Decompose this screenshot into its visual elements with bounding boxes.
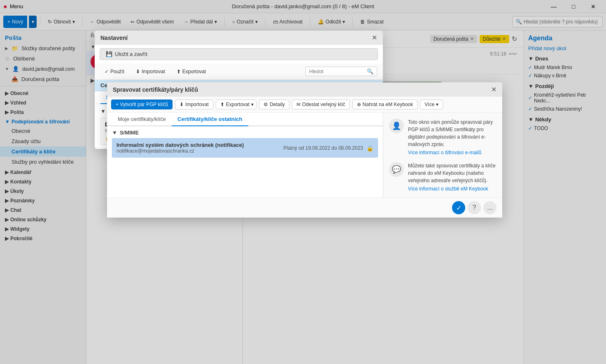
footer-more-button[interactable]: ... — [483, 201, 496, 214]
manage-export-button[interactable]: ⬆ Exportovat ▾ — [216, 100, 256, 109]
manage-toolbar: + Vytvořit pár PGP klíčů ⬇ Importovat ⬆ … — [107, 97, 502, 113]
import-icon: ⬇ — [136, 69, 140, 74]
info-link-2[interactable]: Více informací o službě eM Keybook — [408, 186, 496, 192]
check-icon-footer: ✓ — [456, 204, 461, 212]
export-icon: ⬆ — [177, 69, 181, 74]
info-block-1: 👤 Toto okno vám pomůže spravovat páry PG… — [389, 118, 496, 155]
checkmark-icon: ✓ — [105, 69, 109, 74]
settings-toolbar: ✓ Použít ⬇ Importovat ⬆ Exportovat 🔍 — [95, 63, 383, 80]
gear-icon: ⚙ — [263, 102, 268, 107]
question-icon-footer: ? — [473, 204, 476, 211]
manage-list: ▼ S/MIME Informační systém datových schr… — [107, 126, 383, 197]
manage-import-button[interactable]: ⬇ Importovat — [175, 100, 213, 109]
upload-keybook-button[interactable]: ⊕ Nahrát na eM Keybook — [352, 100, 418, 109]
manage-tab-others[interactable]: Certifikáty/klíče ostatních — [172, 113, 248, 126]
chevron-down-pgp: ▼ — [100, 108, 106, 114]
manage-main: Moje certifikáty/klíče Certifikáty/klíče… — [107, 113, 383, 197]
cert-lock-icon: 🔒 — [366, 145, 373, 151]
cert-info: Informační systém datových schránek (not… — [117, 142, 244, 154]
cert-validity: Platný od 19.08.2022 do 08.09.2023 — [284, 145, 364, 151]
info-text-2: Můžete také spravovat certifikáty a klíč… — [408, 162, 496, 192]
smime-header: ▼ S/MIME — [112, 130, 378, 136]
manage-close-button[interactable]: ✕ — [491, 86, 496, 93]
import-button[interactable]: ⬇ Importovat — [132, 67, 169, 76]
settings-search-box[interactable]: 🔍 — [305, 67, 377, 76]
envelope-icon: ✉ — [296, 102, 301, 107]
manage-modal: Spravovat certifikáty/páry klíčů ✕ + Vyt… — [107, 82, 502, 218]
cert-email: notifikace@mojedatovaschranka.cz — [117, 148, 244, 154]
more-button[interactable]: Více ▾ — [420, 100, 443, 109]
more-dropdown-icon: ▾ — [436, 102, 438, 107]
footer-question-button[interactable]: ? — [468, 201, 481, 214]
manage-title: Spravovat certifikáty/páry klíčů — [113, 86, 198, 93]
more-icon-footer: ... — [487, 204, 492, 211]
manage-footer: ✓ ? ... — [107, 197, 502, 218]
chevron-down-smime: ▼ — [112, 130, 117, 136]
manage-details-button[interactable]: ⚙ Detaily — [259, 100, 289, 109]
info-icon-1: 👤 — [389, 118, 404, 133]
footer-check-button[interactable]: ✓ — [452, 201, 465, 214]
save-icon: 💾 — [106, 51, 112, 57]
manage-info: 👤 Toto okno vám pomůže spravovat páry PG… — [383, 113, 502, 197]
info-block-2: 💬 Můžete také spravovat certifikáty a kl… — [389, 162, 496, 192]
manage-titlebar: Spravovat certifikáty/páry klíčů ✕ — [107, 82, 502, 97]
keybook-icon: ⊕ — [357, 102, 361, 107]
settings-title: Nastavení — [100, 35, 128, 41]
manage-content: Moje certifikáty/klíče Certifikáty/klíče… — [107, 113, 502, 197]
cert-right: Platný od 19.08.2022 do 08.09.2023 🔒 — [284, 145, 374, 151]
search-icon-settings: 🔍 — [367, 68, 373, 74]
export-button[interactable]: ⬆ Exportovat — [172, 67, 210, 76]
send-public-key-button[interactable]: ✉ Odeslat veřejný klíč — [292, 100, 350, 109]
settings-search-input[interactable] — [309, 69, 367, 74]
info-text-1: Toto okno vám pomůže spravovat páry PGP … — [408, 118, 496, 155]
export-icon-manage: ⬆ — [220, 102, 224, 107]
info-icon-2: 💬 — [389, 162, 404, 177]
save-close-button[interactable]: 💾 Uložit a zavřít — [100, 48, 378, 60]
use-button[interactable]: ✓ Použít — [100, 67, 128, 76]
create-pgp-button[interactable]: + Vytvořit pár PGP klíčů — [111, 100, 172, 109]
info-link-1[interactable]: Více informací o šifrování e-mailů — [408, 150, 496, 155]
export-dropdown-icon: ▾ — [251, 102, 254, 107]
import-icon-manage: ⬇ — [179, 102, 184, 107]
cert-row[interactable]: Informační systém datových schránek (not… — [112, 138, 378, 158]
manage-tab-my[interactable]: Moje certifikáty/klíče — [112, 113, 172, 126]
settings-titlebar: Nastavení ✕ — [95, 30, 383, 45]
manage-tabs: Moje certifikáty/klíče Certifikáty/klíče… — [107, 113, 383, 126]
settings-close-button[interactable]: ✕ — [372, 34, 377, 42]
cert-name: Informační systém datových schránek (not… — [117, 142, 244, 148]
